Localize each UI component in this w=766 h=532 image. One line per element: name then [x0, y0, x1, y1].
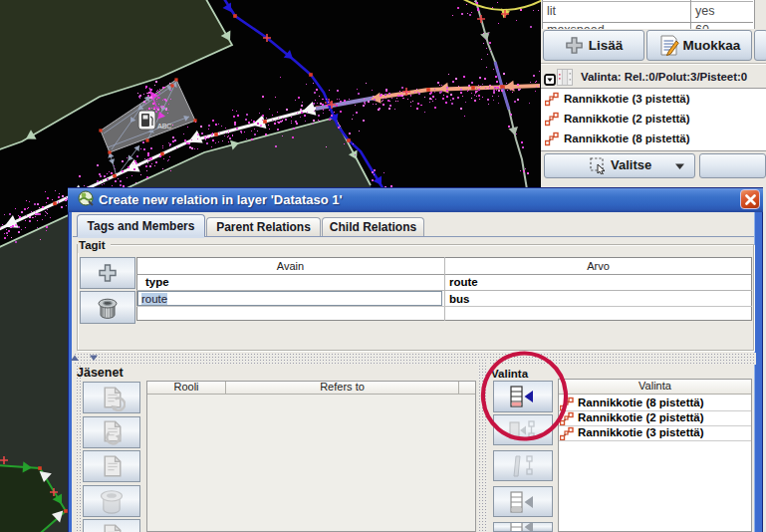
svg-text:ABC: ABC — [157, 123, 171, 130]
